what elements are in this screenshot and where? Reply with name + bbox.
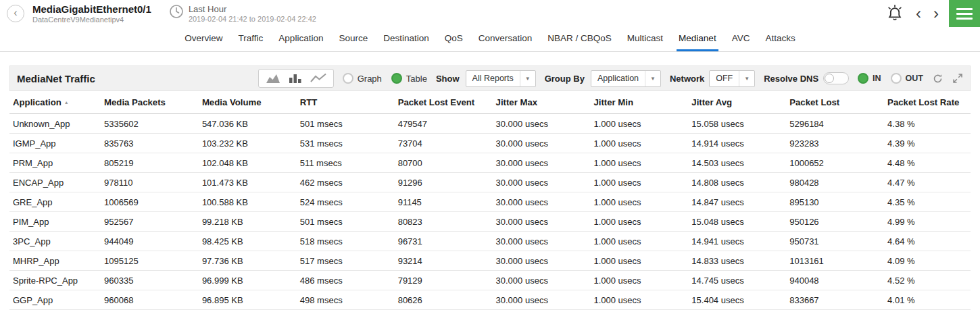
tab-attacks[interactable]: Attacks (763, 27, 797, 51)
table-cell: 93214 (383, 256, 481, 266)
refresh-icon[interactable] (932, 74, 944, 84)
table-cell: 950126 (775, 217, 873, 227)
in-radio[interactable] (858, 73, 868, 84)
back-button[interactable]: ‹ (7, 5, 24, 22)
column-header[interactable]: Packet Lost Rate (873, 97, 971, 107)
table-cell: 15.048 usecs (677, 217, 775, 227)
show-dropdown[interactable]: All Reports ▼ (466, 70, 536, 87)
clock-icon (169, 4, 184, 21)
time-range-selector[interactable]: Last Hour 2019-02-04 21:42 to 2019-02-04… (189, 4, 316, 23)
column-header[interactable]: Packet Lost Event (383, 97, 481, 107)
table-radio[interactable] (391, 73, 402, 84)
table-cell: 895130 (775, 197, 873, 207)
table-cell: 547.036 KB (187, 119, 285, 129)
column-header-label: RTT (300, 97, 318, 107)
table-cell: 1.000 usecs (579, 158, 677, 168)
table-row[interactable]: PRM_App805219102.048 KB511 msecs8070030.… (9, 153, 971, 173)
table-cell: 80700 (383, 158, 481, 168)
application-name-cell: Sprite-RPC_App (9, 276, 89, 286)
column-header[interactable]: Media Packets (89, 97, 187, 107)
table-row[interactable]: ENCAP_App978110101.473 KB462 msecs912963… (9, 173, 971, 192)
column-header[interactable]: Jitter Min (579, 97, 677, 107)
column-header[interactable]: RTT (285, 97, 383, 107)
table-cell: 1006569 (89, 197, 187, 207)
table-cell: 518 msecs (285, 236, 383, 246)
tab-nbar-cbqos[interactable]: NBAR / CBQoS (545, 27, 614, 51)
tab-overview[interactable]: Overview (182, 27, 224, 51)
table-radio-label[interactable]: Table (406, 74, 427, 84)
chart-type-group (258, 69, 334, 88)
out-radio-label[interactable]: OUT (906, 74, 923, 83)
column-header[interactable]: Packet Lost (775, 97, 873, 107)
out-radio[interactable] (891, 73, 902, 84)
toggle-knob (825, 74, 834, 83)
bar-chart-icon[interactable] (285, 71, 306, 86)
table-cell: 462 msecs (285, 178, 383, 188)
table-cell: 960335 (89, 276, 187, 286)
table-row[interactable]: GRE_App1006569100.588 KB524 msecs9114530… (9, 192, 971, 212)
tab-medianet[interactable]: Medianet (677, 27, 718, 51)
graph-radio[interactable] (343, 73, 353, 84)
table-cell: 980428 (775, 178, 873, 188)
column-header-label: Media Volume (202, 97, 262, 107)
table-cell: 498 msecs (285, 295, 383, 305)
table-cell: 4.47 % (873, 178, 971, 188)
column-header[interactable]: Jitter Avg (677, 97, 775, 107)
in-radio-label[interactable]: IN (873, 74, 881, 83)
table-cell: 91296 (383, 178, 481, 188)
network-label: Network (670, 74, 704, 84)
tab-avc[interactable]: AVC (730, 27, 752, 51)
table-row[interactable]: PIM_App95256799.218 KB501 msecs8082330.0… (9, 212, 971, 232)
tab-destination[interactable]: Destination (381, 27, 431, 51)
hamburger-icon (956, 8, 973, 10)
tab-qos[interactable]: QoS (443, 27, 465, 51)
table-row[interactable]: GGP_App96006896.895 KB498 msecs8062630.0… (9, 290, 971, 310)
line-chart-icon[interactable] (306, 71, 330, 86)
column-header-label: Jitter Avg (691, 97, 732, 107)
table-row[interactable]: MHRP_App109512597.736 KB517 msecs9321430… (9, 251, 971, 271)
table-row[interactable]: Unknown_App5335602547.036 KB501 msecs479… (9, 114, 971, 134)
resolve-dns-toggle[interactable] (823, 72, 849, 84)
table-cell: 805219 (89, 158, 187, 168)
column-header[interactable]: Jitter Max (481, 97, 579, 107)
time-range-detail: 2019-02-04 21:42 to 2019-02-04 22:42 (189, 15, 316, 23)
previous-interface-button[interactable]: ‹ (910, 0, 927, 27)
top-bar: ‹ MediaGigabitEthernet0/1 DataCentreV9Me… (0, 0, 980, 27)
table-cell: 73704 (383, 138, 481, 149)
column-header-label: Packet Lost Event (398, 97, 475, 107)
table-row[interactable]: 3PC_App94404998.425 KB518 msecs9673130.0… (9, 232, 971, 251)
column-header[interactable]: Media Volume (187, 97, 285, 107)
menu-button[interactable] (949, 0, 980, 27)
tab-application[interactable]: Application (276, 27, 325, 51)
table-cell: 4.64 % (873, 236, 971, 246)
table-cell: 524 msecs (285, 197, 383, 207)
network-dropdown[interactable]: OFF ▼ (709, 70, 755, 87)
tab-conversation[interactable]: Conversation (476, 27, 535, 51)
tab-multicast[interactable]: Multicast (625, 27, 665, 51)
table-cell: 517 msecs (285, 256, 383, 266)
tab-bar: OverviewTrafficApplicationSourceDestinat… (0, 27, 980, 52)
area-chart-icon[interactable] (262, 71, 285, 86)
show-label: Show (436, 74, 460, 84)
tab-traffic[interactable]: Traffic (237, 27, 266, 51)
tab-source[interactable]: Source (337, 27, 370, 51)
table-cell: 14.833 usecs (677, 256, 775, 266)
group-by-dropdown[interactable]: Application ▼ (591, 70, 661, 87)
expand-icon[interactable] (952, 74, 963, 83)
alarm-icon[interactable] (880, 4, 910, 23)
time-range-label: Last Hour (189, 4, 316, 14)
next-interface-button[interactable]: › (927, 0, 945, 27)
table-cell: 96.895 KB (187, 295, 285, 305)
table-cell: 14.745 usecs (677, 276, 775, 286)
table-cell: 978110 (89, 178, 187, 188)
application-name-cell: IGMP_App (9, 138, 89, 149)
table-cell: 4.52 % (873, 276, 971, 286)
column-header[interactable]: Application▲ (9, 97, 89, 107)
graph-radio-label[interactable]: Graph (358, 74, 382, 84)
show-dropdown-value: All Reports (466, 74, 520, 83)
table-cell: 833667 (775, 295, 873, 305)
table-cell: 30.000 usecs (481, 197, 579, 207)
table-row[interactable]: Sprite-RPC_App96033596.999 KB486 msecs79… (9, 271, 971, 290)
table-cell: 960068 (89, 295, 187, 305)
table-row[interactable]: IGMP_App835763103.232 KB531 msecs7370430… (9, 134, 971, 153)
